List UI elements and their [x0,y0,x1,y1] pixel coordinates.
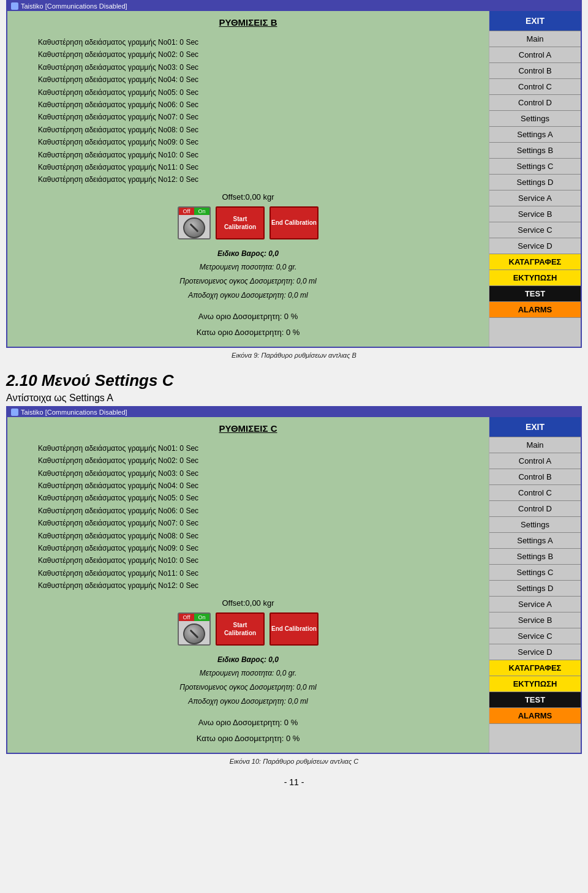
window1-panel-title: ΡΥΘΜΙΣΕΙΣ Β [219,17,277,28]
window2-setting-line: Καθυστέρηση αδειάσματος γραμμής No10: 0 … [38,554,477,567]
window2-setting-line: Καθυστέρηση αδειάσματος γραμμής No07: 0 … [38,517,477,529]
window1-sidebar-control-d[interactable]: Control D [489,95,581,111]
window2-info3: Προτεινομενος ογκος Δοσομετρητη: 0,0 ml [179,680,317,695]
window2-body: ΡΥΘΜΙΣΕΙΣ C Καθυστέρηση αδειάσματος γραμ… [7,417,581,753]
window1-sidebar-settings[interactable]: Settings [489,111,581,127]
section2-subtitle: Αντίστοιχα ως Settings A [6,393,582,404]
window1-body: ΡΥΘΜΙΣΕΙΣ Β Καθυστέρηση αδειάσματος γραμ… [7,11,581,347]
window2-sidebar-ektyposi[interactable]: ΕΚΤΥΠΩΣΗ [489,676,581,692]
window1-setting-line: Καθυστέρηση αδειάσματος γραμμής No05: 0 … [38,86,477,99]
window1-setting-line: Καθυστέρηση αδειάσματος γραμμής No02: 0 … [38,48,477,61]
window2-setting-line: Καθυστέρηση αδειάσματος γραμμής No12: 0 … [38,579,477,592]
window2-limit1: Ανω οριο Δοσομετρητη: 0 % [197,715,300,731]
window2-end-calibration-btn[interactable]: End Calibration [270,612,318,646]
window1-sidebar-ektyposi[interactable]: ΕΚΤΥΠΩΣΗ [489,270,581,286]
window2-setting-line: Καθυστέρηση αδειάσματος γραμμής No02: 0 … [38,454,477,467]
window1-toggle-knob [183,217,205,238]
window2-sidebar-settings[interactable]: Settings [489,517,581,533]
window1-sidebar-settings-d[interactable]: Settings D [489,175,581,190]
window2-sidebar-service-d[interactable]: Service D [489,644,581,660]
window2-limit2: Κατω οριο Δοσομετρητη: 0 % [197,731,300,747]
section2-title: 2.10 Μενού Settings C [6,371,582,390]
window2-sidebar-service-c[interactable]: Service C [489,628,581,644]
window1-toggle[interactable]: Off On [178,206,211,239]
window2-setting-line: Καθυστέρηση αδειάσματος γραμμής No09: 0 … [38,542,477,554]
window1-info4: Αποδοχη ογκου Δοσομετρητη: 0,0 ml [179,288,317,303]
window1-toggle-on-label: On [194,208,209,215]
window1-start-calibration-btn[interactable]: Start Calibration [216,206,265,239]
window1-sidebar-main[interactable]: Main [489,31,581,47]
window2-caption: Εικόνα 10: Παράθυρο ρυθμίσεων αντλιας C [0,758,588,765]
window1-info: Ειδικο Βαρος: 0,0 Μετρουμενη ποσοτητα: 0… [179,247,317,303]
window2-sidebar-settings-c[interactable]: Settings C [489,565,581,581]
window1-sidebar-control-b[interactable]: Control B [489,63,581,79]
window2-sidebar-control-b[interactable]: Control B [489,469,581,485]
window1-limit1: Ανω οριο Δοσομετρητη: 0 % [197,309,300,325]
window1-info2: Μετρουμενη ποσοτητα: 0,0 gr. [179,260,317,274]
window2-info4: Αποδοχη ογκου Δοσομετρητη: 0,0 ml [179,695,317,709]
window1-setting-line: Καθυστέρηση αδειάσματος γραμμής No11: 0 … [38,161,477,173]
window2-icon [11,409,18,416]
section2-header: 2.10 Μενού Settings C Αντίστοιχα ως Sett… [0,360,588,406]
window1-sidebar-service-b[interactable]: Service B [489,206,581,222]
window2-setting-line: Καθυστέρηση αδειάσματος γραμμής No01: 0 … [38,442,477,454]
window-settings-c: Taistiko [Communications Disabled] ΡΥΘΜΙ… [6,406,582,754]
window1-sidebar-katagrafes[interactable]: ΚΑΤΑΓΡΑΦΕΣ [489,254,581,270]
window2-sidebar-settings-d[interactable]: Settings D [489,581,581,597]
window1-title: Taistiko [Communications Disabled] [21,2,127,10]
window2-limits: Ανω οριο Δοσομετρητη: 0 % Κατω οριο Δοσο… [197,715,300,747]
window1-sidebar-settings-b[interactable]: Settings B [489,143,581,159]
window1-toggle-off-label: Off [179,208,194,215]
window2-start-calibration-btn[interactable]: Start Calibration [216,612,265,646]
window1-setting-line: Καθυστέρηση αδειάσματος γραμμής No09: 0 … [38,136,477,148]
window2-sidebar-alarms[interactable]: ALARMS [489,708,581,724]
window1-sidebar-service-d[interactable]: Service D [489,238,581,254]
window1-end-calibration-btn[interactable]: End Calibration [270,206,318,239]
window1-sidebar-control-a[interactable]: Control A [489,47,581,63]
window1-offset: Offset:0,00 kgr [222,192,274,202]
window1-limit2: Κατω οριο Δοσομετρητη: 0 % [197,325,300,341]
window2-sidebar-control-c[interactable]: Control C [489,485,581,501]
window1-icon [11,2,18,10]
window2-sidebar-settings-a[interactable]: Settings A [489,533,581,549]
window-settings-b: Taistiko [Communications Disabled] ΡΥΘΜΙ… [6,0,582,348]
window2-toggle-labels: Off On [179,614,209,621]
window2-sidebar-control-a[interactable]: Control A [489,453,581,469]
window1-setting-line: Καθυστέρηση αδειάσματος γραμμής No06: 0 … [38,99,477,111]
window1-sidebar-settings-a[interactable]: Settings A [489,127,581,143]
window2-info: Ειδικο Βαρος: 0,0 Μετρουμενη ποσοτητα: 0… [179,653,317,709]
window2-info1: Ειδικο Βαρος: 0,0 [179,653,317,667]
window2-toggle-on-label: On [194,614,209,621]
window1-setting-line: Καθυστέρηση αδειάσματος γραμμής No08: 0 … [38,124,477,136]
window1-sidebar-alarms[interactable]: ALARMS [489,302,581,318]
window2-titlebar: Taistiko [Communications Disabled] [7,407,581,417]
window1-sidebar-service-a[interactable]: Service A [489,190,581,206]
window2-toggle[interactable]: Off On [178,612,211,646]
window2-sidebar-service-a[interactable]: Service A [489,597,581,612]
window2-setting-line: Καθυστέρηση αδειάσματος γραμμής No04: 0 … [38,480,477,492]
window1-toggle-labels: Off On [179,208,209,215]
window2-calibration-controls: Off On Start Calibration End Calibration [178,612,318,646]
page: Taistiko [Communications Disabled] ΡΥΘΜΙ… [0,0,588,793]
window2-offset: Offset:0,00 kgr [222,598,274,608]
window2-info2: Μετρουμενη ποσοτητα: 0,0 gr. [179,666,317,680]
window1-sidebar-exit[interactable]: EXIT [489,11,581,31]
window1-setting-line: Καθυστέρηση αδειάσματος γραμμής No01: 0 … [38,36,477,48]
window2-setting-line: Καθυστέρηση αδειάσματος γραμμής No11: 0 … [38,567,477,579]
window1-sidebar-test[interactable]: TEST [489,286,581,302]
window1-sidebar-settings-c[interactable]: Settings C [489,159,581,175]
window2-sidebar-exit[interactable]: EXIT [489,417,581,437]
window1-content: ΡΥΘΜΙΣΕΙΣ Β Καθυστέρηση αδειάσματος γραμ… [7,11,489,347]
window2-sidebar-control-d[interactable]: Control D [489,501,581,517]
window1-sidebar: EXIT Main Control A Control B Control C … [489,11,581,347]
window1-sidebar-service-c[interactable]: Service C [489,222,581,238]
window2-sidebar-settings-b[interactable]: Settings B [489,549,581,565]
window2-sidebar: EXIT Main Control A Control B Control C … [489,417,581,753]
window1-sidebar-control-c[interactable]: Control C [489,79,581,95]
window2-sidebar-test[interactable]: TEST [489,692,581,708]
window2-sidebar-katagrafes[interactable]: ΚΑΤΑΓΡΑΦΕΣ [489,660,581,676]
window2-sidebar-main[interactable]: Main [489,437,581,453]
window2-panel-title: ΡΥΘΜΙΣΕΙΣ C [219,423,277,434]
window2-content: ΡΥΘΜΙΣΕΙΣ C Καθυστέρηση αδειάσματος γραμ… [7,417,489,753]
window2-sidebar-service-b[interactable]: Service B [489,612,581,628]
